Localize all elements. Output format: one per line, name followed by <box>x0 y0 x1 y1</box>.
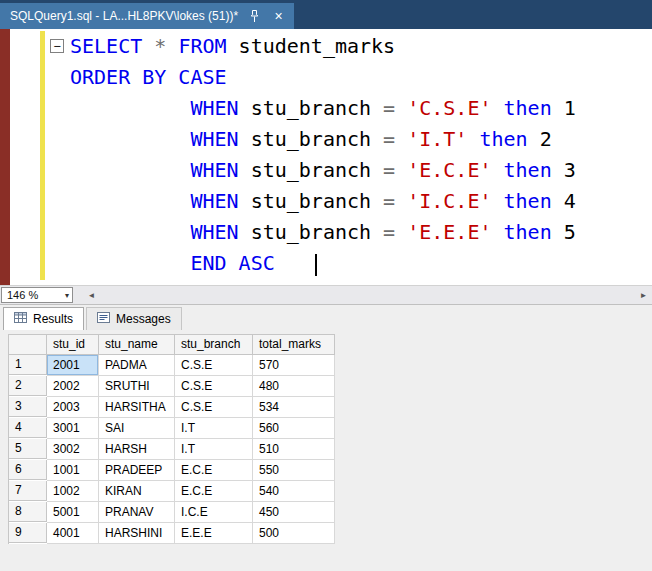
code-token: WHEN <box>190 220 250 244</box>
grid-cell[interactable]: C.S.E <box>175 376 253 397</box>
grid-cell[interactable]: SAI <box>99 418 175 439</box>
grid-cell[interactable]: 2003 <box>47 397 99 418</box>
grid-cell[interactable]: 2002 <box>47 376 99 397</box>
grid-cell[interactable]: PRADEEP <box>99 460 175 481</box>
grid-cell[interactable]: 1002 <box>47 481 99 502</box>
grid-cell[interactable]: SRUTHI <box>99 376 175 397</box>
code-token: = <box>383 220 407 244</box>
grid-cell[interactable]: C.S.E <box>175 355 253 376</box>
code-token: 3 <box>564 158 576 182</box>
grid-cell[interactable]: 4001 <box>47 523 99 544</box>
grid-cell[interactable]: 450 <box>253 502 335 523</box>
grid-cell[interactable]: HARSH <box>99 439 175 460</box>
row-header[interactable]: 8 <box>9 502 47 522</box>
collapse-region-toggle[interactable]: − <box>50 39 64 53</box>
messages-icon <box>97 311 110 327</box>
grid-cell[interactable]: 500 <box>253 523 335 544</box>
grid-cell[interactable]: I.T <box>175 418 253 439</box>
close-icon[interactable]: × <box>271 8 286 24</box>
code-token: SELECT <box>70 34 154 58</box>
code-token: * <box>154 34 178 58</box>
grid-cell[interactable]: KIRAN <box>99 481 175 502</box>
grid-cell[interactable]: 560 <box>253 418 335 439</box>
row-header[interactable]: 6 <box>9 460 47 480</box>
column-header-total_marks[interactable]: total_marks <box>253 335 335 355</box>
grid-cell[interactable]: I.C.E <box>175 502 253 523</box>
code-token: stu_branch <box>251 127 383 151</box>
code-token: END ASC <box>190 251 274 275</box>
grid-row: 22002SRUTHIC.S.E480 <box>9 376 335 397</box>
row-header[interactable]: 4 <box>9 418 47 438</box>
code-line: WHEN stu_branch = 'I.T' then 2 <box>70 124 576 155</box>
row-header[interactable]: 1 <box>9 355 47 375</box>
grid-cell[interactable]: 5001 <box>47 502 99 523</box>
code-token: 4 <box>564 189 576 213</box>
grid-header-row: stu_idstu_namestu_branchtotal_marks <box>9 335 335 355</box>
grid-cell[interactable]: 534 <box>253 397 335 418</box>
code-token: then <box>504 220 564 244</box>
code-token: then <box>504 189 564 213</box>
column-header-stu_name[interactable]: stu_name <box>99 335 175 355</box>
code-token: 2 <box>540 127 552 151</box>
code-token: then <box>479 127 539 151</box>
code-token: stu_branch <box>251 189 383 213</box>
row-header[interactable]: 2 <box>9 376 47 396</box>
document-tab-bar: SQLQuery1.sql - LA...HL8PKV\lokes (51))*… <box>0 0 652 29</box>
grid-cell[interactable]: 1001 <box>47 460 99 481</box>
hscroll-left-button[interactable]: ◄ <box>83 286 100 304</box>
grid-cell[interactable]: 550 <box>253 460 335 481</box>
results-grid-icon <box>14 311 27 327</box>
grid-cell[interactable]: E.E.E <box>175 523 253 544</box>
change-tracking-margin <box>40 31 45 280</box>
grid-cell[interactable]: 2001 <box>47 355 99 376</box>
hscroll-right-button[interactable]: ► <box>635 286 652 304</box>
code-line: WHEN stu_branch = 'I.C.E' then 4 <box>70 186 576 217</box>
code-token: stu_branch <box>251 158 383 182</box>
grid-cell[interactable]: 3002 <box>47 439 99 460</box>
sql-editor[interactable]: − SELECT * FROM student_marksORDER BY CA… <box>0 29 652 285</box>
code-line: WHEN stu_branch = 'C.S.E' then 1 <box>70 93 576 124</box>
grid-cell[interactable]: 510 <box>253 439 335 460</box>
zoom-value: 146 % <box>7 289 65 301</box>
code-token: student_marks <box>239 34 396 58</box>
grid-corner-cell[interactable] <box>9 335 47 355</box>
tab-messages[interactable]: Messages <box>86 307 182 330</box>
code-token: = <box>383 96 407 120</box>
tab-results[interactable]: Results <box>3 307 84 330</box>
grid-cell[interactable]: 3001 <box>47 418 99 439</box>
hscroll-track[interactable] <box>100 286 635 304</box>
grid-cell[interactable]: E.C.E <box>175 481 253 502</box>
grid-cell[interactable]: PADMA <box>99 355 175 376</box>
grid-row: 53002HARSHI.T510 <box>9 439 335 460</box>
code-token <box>70 158 190 182</box>
grid-cell[interactable]: 540 <box>253 481 335 502</box>
code-token: ORDER BY CASE <box>70 65 227 89</box>
row-header[interactable]: 3 <box>9 397 47 417</box>
code-token: WHEN <box>190 158 250 182</box>
zoom-dropdown[interactable]: 146 % ▾ <box>1 287 73 303</box>
grid-cell[interactable]: C.S.E <box>175 397 253 418</box>
tab-results-label: Results <box>33 312 73 326</box>
pin-icon[interactable] <box>247 8 262 24</box>
code-token: WHEN <box>190 96 250 120</box>
grid-cell[interactable]: HARSITHA <box>99 397 175 418</box>
grid-cell[interactable]: 570 <box>253 355 335 376</box>
document-tab[interactable]: SQLQuery1.sql - LA...HL8PKV\lokes (51))*… <box>0 3 294 29</box>
results-grid: stu_idstu_namestu_branchtotal_marks12001… <box>0 330 652 571</box>
grid-cell[interactable]: E.C.E <box>175 460 253 481</box>
row-header[interactable]: 7 <box>9 481 47 501</box>
code-token: 'E.C.E' <box>407 158 503 182</box>
row-header[interactable]: 9 <box>9 523 47 543</box>
code-token <box>70 189 190 213</box>
grid-cell[interactable]: I.T <box>175 439 253 460</box>
grid-cell[interactable]: HARSHINI <box>99 523 175 544</box>
column-header-stu_branch[interactable]: stu_branch <box>175 335 253 355</box>
row-header[interactable]: 5 <box>9 439 47 459</box>
grid-row: 71002KIRANE.C.E540 <box>9 481 335 502</box>
code-line: ORDER BY CASE <box>70 62 576 93</box>
column-header-stu_id[interactable]: stu_id <box>47 335 99 355</box>
grid-cell[interactable]: PRANAV <box>99 502 175 523</box>
code-token <box>70 96 190 120</box>
results-pane: Results Messages stu_idstu_namestu_branc… <box>0 304 652 571</box>
grid-cell[interactable]: 480 <box>253 376 335 397</box>
